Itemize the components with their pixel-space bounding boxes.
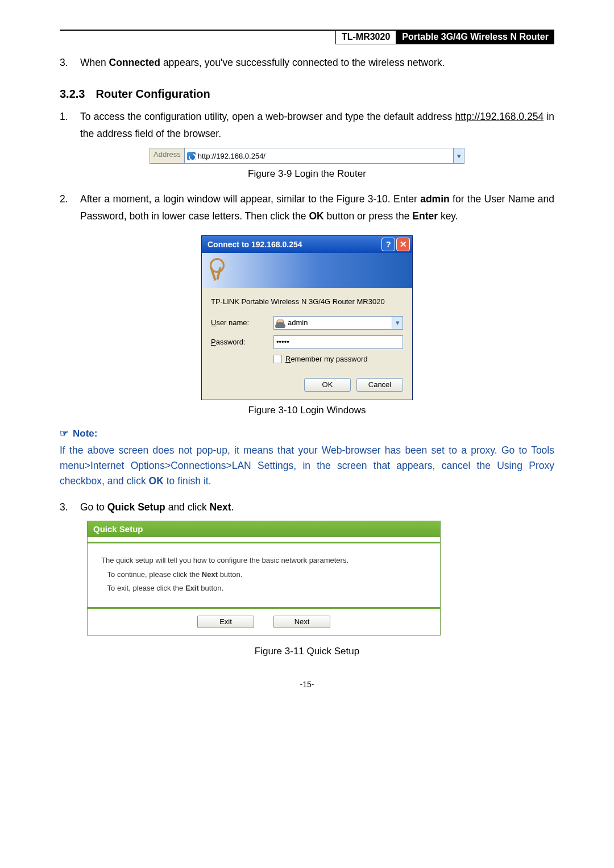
address-dropdown-button[interactable]: ▾ bbox=[453, 148, 464, 163]
item-text: When Connected appears, you've successfu… bbox=[80, 55, 554, 72]
cancel-button[interactable]: Cancel bbox=[356, 378, 403, 392]
username-label: User name: bbox=[211, 318, 273, 327]
list-item: 3. When Connected appears, you've succes… bbox=[60, 55, 554, 72]
password-label: Password: bbox=[211, 338, 273, 346]
qs-line: To exit, please click the Exit button. bbox=[101, 582, 426, 596]
doc-header: TL-MR3020 Portable 3G/4G Wireless N Rout… bbox=[60, 30, 554, 44]
page-number: -15- bbox=[60, 680, 554, 689]
dialog-banner bbox=[202, 253, 412, 288]
username-input[interactable]: admin bbox=[273, 316, 392, 330]
header-model: TL-MR3020 bbox=[335, 31, 396, 44]
password-row: Password: ••••• bbox=[211, 335, 403, 349]
item-number: 1. bbox=[60, 109, 80, 143]
item-number: 3. bbox=[60, 499, 80, 516]
chevron-down-icon: ▾ bbox=[396, 318, 400, 327]
close-button[interactable]: ✕ bbox=[396, 238, 410, 251]
header-title: Portable 3G/4G Wireless N Router bbox=[396, 31, 554, 44]
username-value: admin bbox=[288, 318, 308, 327]
exit-button[interactable]: Exit bbox=[197, 616, 254, 628]
dialog-title: Connect to 192.168.0.254 bbox=[208, 240, 302, 249]
qs-line: The quick setup will tell you how to con… bbox=[101, 554, 426, 568]
section-title: Router Configuration bbox=[96, 88, 210, 100]
list-item: 3. Go to Quick Setup and click Next. bbox=[60, 499, 554, 516]
remember-label: Remember my password bbox=[285, 355, 368, 363]
qs-line: To continue, please click the Next butto… bbox=[101, 568, 426, 582]
address-label: Address bbox=[150, 148, 185, 163]
section-number: 3.2.3 bbox=[60, 88, 93, 101]
password-input[interactable]: ••••• bbox=[273, 335, 403, 349]
keys-icon bbox=[206, 258, 227, 283]
chevron-down-icon: ▾ bbox=[457, 152, 461, 160]
quick-setup-header: Quick Setup bbox=[88, 521, 440, 537]
item-text: To access the configuration utility, ope… bbox=[80, 109, 554, 143]
item-number: 3. bbox=[60, 55, 80, 72]
login-dialog: Connect to 192.168.0.254 ? ✕ TP-LINK Por… bbox=[201, 235, 413, 400]
ie-icon bbox=[187, 152, 196, 160]
note-body: If the above screen does not pop-up, it … bbox=[60, 443, 554, 489]
figure-caption: Figure 3-10 Login Windows bbox=[60, 405, 554, 416]
section-heading: 3.2.3 Router Configuration bbox=[60, 88, 554, 101]
item-text: Go to Quick Setup and click Next. bbox=[80, 499, 554, 516]
ok-button[interactable]: OK bbox=[304, 378, 351, 392]
figure-caption: Figure 3-11 Quick Setup bbox=[60, 646, 554, 657]
username-row: User name: admin ▾ bbox=[211, 316, 403, 330]
user-icon bbox=[276, 319, 284, 327]
default-address-link[interactable]: http://192.168.0.254 bbox=[455, 111, 544, 122]
list-item: 2. After a moment, a login window will a… bbox=[60, 191, 554, 225]
address-bar: Address http://192.168.0.254/ ▾ bbox=[150, 148, 464, 164]
help-button[interactable]: ? bbox=[381, 238, 395, 251]
list-item: 1. To access the configuration utility, … bbox=[60, 109, 554, 143]
password-value: ••••• bbox=[276, 338, 289, 346]
note-heading: ☞Note: bbox=[60, 427, 554, 439]
remember-checkbox[interactable] bbox=[273, 355, 282, 363]
remember-row: Remember my password bbox=[273, 355, 403, 363]
item-text: After a moment, a login window will appe… bbox=[80, 191, 554, 225]
quick-setup-panel: Quick Setup The quick setup will tell yo… bbox=[87, 521, 441, 636]
dialog-titlebar: Connect to 192.168.0.254 ? ✕ bbox=[202, 236, 412, 253]
username-dropdown-button[interactable]: ▾ bbox=[392, 316, 403, 330]
quick-setup-body: The quick setup will tell you how to con… bbox=[88, 543, 440, 604]
item-number: 2. bbox=[60, 191, 80, 225]
figure-caption: Figure 3-9 Login the Router bbox=[60, 168, 554, 180]
next-button[interactable]: Next bbox=[273, 616, 330, 628]
dialog-description: TP-LINK Portable Wireless N 3G/4G Router… bbox=[211, 297, 403, 306]
pointing-hand-icon: ☞ bbox=[60, 428, 68, 439]
address-input[interactable]: http://192.168.0.254/ bbox=[185, 148, 453, 163]
address-url: http://192.168.0.254/ bbox=[198, 152, 265, 160]
